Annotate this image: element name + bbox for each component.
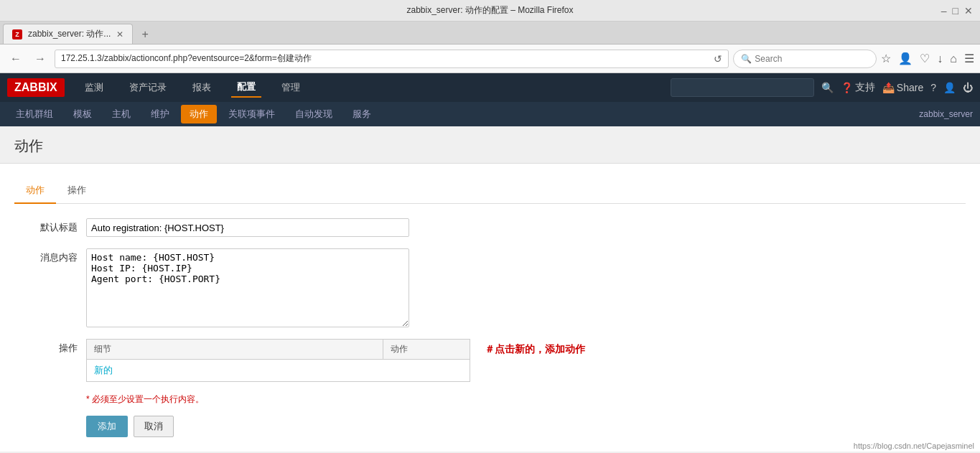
tab-close-btn[interactable]: ✕ xyxy=(116,29,123,39)
tab-label: zabbix_server: 动作... xyxy=(28,28,111,40)
watermark: https://blog.csdn.net/Capejasminel xyxy=(854,442,974,450)
topnav-support-btn[interactable]: ❓ 支持 xyxy=(841,81,875,94)
tab-bar: 动作 操作 xyxy=(14,178,966,204)
form-row-default-title: 默认标题 xyxy=(14,218,966,237)
topnav-item-config[interactable]: 配置 xyxy=(231,78,261,98)
topnav-search-icon[interactable]: 🔍 xyxy=(821,82,834,93)
subnav-host-groups[interactable]: 主机群组 xyxy=(7,105,62,123)
bookmark-icon[interactable]: ☆ xyxy=(881,52,891,65)
browser-toolbar-icons: ☆ 👤 ♡ ↓ ⌂ ☰ xyxy=(881,52,974,65)
reader-icon[interactable]: 👤 xyxy=(898,52,913,65)
tab-operations[interactable]: 操作 xyxy=(56,178,98,204)
subnav-hosts[interactable]: 主机 xyxy=(103,105,139,123)
topnav-item-assets[interactable]: 资产记录 xyxy=(123,78,172,97)
zabbix-topnav: ZABBIX 监测 资产记录 报表 配置 管理 🔍 ❓ 支持 📤 Share ?… xyxy=(0,73,980,102)
default-title-label: 默认标题 xyxy=(14,218,86,234)
new-tab-button[interactable]: + xyxy=(136,25,154,44)
subnav-correlation[interactable]: 关联项事件 xyxy=(220,105,284,123)
maximize-btn[interactable]: □ xyxy=(953,5,958,17)
required-note: * 必须至少设置一个执行内容。 xyxy=(86,393,966,406)
topnav-help-icon[interactable]: ? xyxy=(930,82,936,93)
topnav-item-reports[interactable]: 报表 xyxy=(187,78,217,97)
topnav-share-btn[interactable]: 📤 Share xyxy=(882,82,923,93)
address-box[interactable]: 172.25.1.3/zabbix/actionconf.php?eventso… xyxy=(55,50,729,68)
subnav-maintenance[interactable]: 维护 xyxy=(142,105,178,123)
topnav-logout-icon[interactable]: ⏻ xyxy=(963,82,973,93)
menu-icon[interactable]: ☰ xyxy=(964,52,974,65)
pocket-icon[interactable]: ♡ xyxy=(920,52,930,65)
browser-addressbar: ← → 172.25.1.3/zabbix/actionconf.php?eve… xyxy=(0,45,980,73)
browser-tabbar: Z zabbix_server: 动作... ✕ + xyxy=(0,22,980,45)
home-icon[interactable]: ⌂ xyxy=(950,52,957,65)
subnav-discovery[interactable]: 自动发现 xyxy=(286,105,341,123)
topnav-item-admin[interactable]: 管理 xyxy=(276,78,306,97)
form-buttons: 添加 取消 xyxy=(86,416,966,437)
message-content-textarea[interactable]: Host name: {HOST.HOST} Host IP: {HOST.IP… xyxy=(86,248,409,327)
operations-label: 操作 xyxy=(14,339,86,355)
operations-table: 细节 动作 新的 xyxy=(86,339,470,382)
topnav-user-icon[interactable]: 👤 xyxy=(943,82,956,93)
ops-col-action-header: 动作 xyxy=(383,340,470,359)
topnav-search-input[interactable] xyxy=(671,78,814,97)
ops-table-body: 新的 xyxy=(87,360,470,381)
close-btn[interactable]: ✕ xyxy=(964,5,973,17)
add-button[interactable]: 添加 xyxy=(86,416,128,437)
page-body: 动作 操作 默认标题 消息内容 Host name: {HOST.HOST} H… xyxy=(0,164,980,452)
topnav-item-monitor[interactable]: 监测 xyxy=(79,78,109,97)
default-title-input[interactable] xyxy=(86,218,409,237)
forward-button[interactable]: → xyxy=(30,50,50,68)
titlebar-controls: – □ ✕ xyxy=(941,5,973,17)
reload-icon[interactable]: ↺ xyxy=(714,53,722,65)
message-content-label: 消息内容 xyxy=(14,248,86,264)
browser-title: zabbix_server: 动作的配置 – Mozilla Firefox xyxy=(406,4,573,17)
ops-annotation: ＃点击新的，添加动作 xyxy=(477,339,592,360)
subnav-actions[interactable]: 动作 xyxy=(181,105,217,123)
subnav-templates[interactable]: 模板 xyxy=(65,105,101,123)
cancel-button[interactable]: 取消 xyxy=(134,416,174,437)
page-header: 动作 xyxy=(0,126,980,164)
search-magnifier-icon: 🔍 xyxy=(741,54,752,64)
tab-favicon: Z xyxy=(12,29,22,39)
address-url: 172.25.1.3/zabbix/actionconf.php?eventso… xyxy=(61,52,714,65)
page-title: 动作 xyxy=(14,136,966,156)
tab-action[interactable]: 动作 xyxy=(14,178,56,204)
subnav-services[interactable]: 服务 xyxy=(344,105,380,123)
form-row-message-content: 消息内容 Host name: {HOST.HOST} Host IP: {HO… xyxy=(14,248,966,327)
zabbix-subnav: 主机群组 模板 主机 维护 动作 关联项事件 自动发现 服务 zabbix_se… xyxy=(0,102,980,126)
zabbix-logo: ZABBIX xyxy=(7,78,65,97)
ops-col-detail-header: 细节 xyxy=(87,340,383,359)
browser-search-input[interactable] xyxy=(755,54,869,64)
form-row-operations: 操作 细节 动作 新的 ＃点击新的，添加动作 xyxy=(14,339,966,382)
ops-table-header: 细节 动作 xyxy=(87,340,470,360)
download-icon[interactable]: ↓ xyxy=(937,52,943,65)
ops-new-link[interactable]: 新的 xyxy=(87,360,120,381)
topnav-right: 🔍 ❓ 支持 📤 Share ? 👤 ⏻ xyxy=(671,78,973,97)
browser-search-box[interactable]: 🔍 xyxy=(733,50,877,68)
back-button[interactable]: ← xyxy=(6,50,26,68)
subnav-server-name: zabbix_server xyxy=(919,109,973,119)
browser-titlebar: zabbix_server: 动作的配置 – Mozilla Firefox –… xyxy=(0,0,980,22)
minimize-btn[interactable]: – xyxy=(941,5,947,17)
active-browser-tab[interactable]: Z zabbix_server: 动作... ✕ xyxy=(3,24,133,44)
